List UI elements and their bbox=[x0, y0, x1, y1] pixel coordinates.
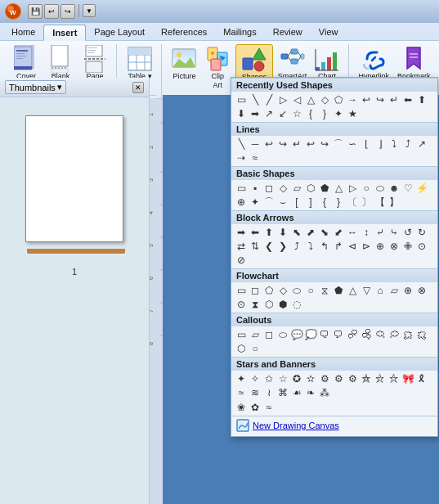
shape-item[interactable]: ▭ bbox=[235, 284, 248, 297]
clip-art-button[interactable]: ClipArt bbox=[202, 44, 234, 92]
shape-item[interactable]: { bbox=[318, 196, 331, 209]
shape-item[interactable]: 🗭 bbox=[387, 328, 401, 341]
shape-item[interactable]: ⬭ bbox=[290, 284, 303, 297]
shape-item[interactable]: ⬡ bbox=[304, 182, 317, 195]
shape-item[interactable]: ⚙ bbox=[318, 372, 331, 385]
shape-item[interactable]: ✩ bbox=[262, 372, 275, 385]
tab-references[interactable]: References bbox=[153, 25, 215, 40]
shape-item[interactable]: } bbox=[318, 107, 331, 120]
tab-view[interactable]: View bbox=[311, 25, 347, 40]
shape-item[interactable]: △ bbox=[304, 93, 317, 106]
shape-item[interactable]: ⧗ bbox=[249, 298, 262, 311]
shape-item[interactable]: → bbox=[346, 93, 359, 106]
shape-item[interactable]: △ bbox=[346, 284, 359, 297]
shape-item[interactable]: ◌ bbox=[290, 298, 303, 311]
shape-item[interactable]: ✙ bbox=[401, 240, 414, 253]
shape-item[interactable]: ↔ bbox=[346, 226, 359, 239]
shape-item[interactable]: ⊘ bbox=[235, 254, 248, 267]
shape-item[interactable]: ❯ bbox=[276, 240, 289, 253]
shape-item[interactable]: ⬠ bbox=[262, 284, 275, 297]
shape-item[interactable]: ⌒ bbox=[262, 196, 275, 209]
shape-item[interactable]: ⊕ bbox=[401, 284, 414, 297]
shape-item[interactable]: ⚙ bbox=[346, 372, 359, 385]
shape-item[interactable]: △ bbox=[332, 182, 345, 195]
shape-item[interactable]: ≀ bbox=[262, 386, 275, 399]
shape-item[interactable]: ◇ bbox=[318, 93, 331, 106]
shape-item[interactable]: ◻ bbox=[262, 182, 275, 195]
shape-item[interactable]: ⊳ bbox=[360, 240, 373, 253]
shape-item[interactable]: ⇢ bbox=[235, 151, 248, 164]
shape-item[interactable]: ▱ bbox=[249, 328, 262, 341]
customize-button[interactable]: ▼ bbox=[83, 4, 96, 17]
shape-item[interactable]: { bbox=[304, 107, 317, 120]
shape-item[interactable]: ❧ bbox=[304, 386, 317, 399]
shape-item[interactable]: ⌊ bbox=[360, 137, 373, 151]
shape-item[interactable]: ⁂ bbox=[318, 386, 331, 399]
shape-item[interactable]: ⬟ bbox=[318, 182, 331, 195]
shape-item[interactable]: ▭ bbox=[235, 182, 248, 195]
shape-item[interactable]: ✧ bbox=[249, 372, 262, 385]
shape-item[interactable]: ⤶ bbox=[374, 226, 387, 239]
shape-item[interactable]: 〕 bbox=[360, 196, 373, 209]
picture-button[interactable]: Picture bbox=[168, 44, 200, 83]
shape-item[interactable]: ↩ bbox=[262, 137, 275, 151]
thumbnails-dropdown[interactable]: Thumbnails ▾ bbox=[5, 80, 66, 94]
shape-item[interactable]: ─ bbox=[249, 137, 262, 151]
shape-item[interactable]: ▷ bbox=[346, 182, 359, 195]
shape-item[interactable]: 】 bbox=[387, 196, 401, 209]
shape-item[interactable]: ⤷ bbox=[387, 226, 401, 239]
shape-item[interactable]: ◇ bbox=[276, 284, 289, 297]
shape-item[interactable]: ➡ bbox=[235, 226, 248, 239]
shape-item[interactable]: ⬅ bbox=[401, 93, 414, 106]
shape-item[interactable]: ✪ bbox=[290, 372, 303, 385]
shape-item[interactable]: ⧖ bbox=[318, 284, 331, 297]
shape-item[interactable]: ⌂ bbox=[374, 284, 387, 297]
shape-item[interactable]: 🗮 bbox=[401, 328, 414, 341]
shape-item[interactable]: ✦ bbox=[332, 107, 345, 120]
shape-item[interactable]: ⊙ bbox=[235, 298, 248, 311]
shape-item[interactable]: ⌒ bbox=[332, 137, 345, 151]
shape-item[interactable]: ↵ bbox=[290, 137, 303, 151]
shape-item[interactable]: ⤵ bbox=[304, 240, 317, 253]
shape-item[interactable]: [ bbox=[290, 196, 303, 209]
shape-item[interactable]: 🗫 bbox=[360, 328, 373, 341]
shape-item[interactable]: 〔 bbox=[346, 196, 359, 209]
shape-item[interactable]: ⌘ bbox=[276, 386, 289, 399]
shape-item[interactable]: ≋ bbox=[249, 386, 262, 399]
shape-item[interactable]: ⤴ bbox=[290, 240, 303, 253]
shape-item[interactable]: ♡ bbox=[401, 182, 414, 195]
tab-mailings[interactable]: Mailings bbox=[215, 25, 264, 40]
shape-item[interactable]: ≈ bbox=[262, 401, 275, 414]
shape-item[interactable]: ↪ bbox=[318, 137, 331, 151]
shape-item[interactable]: ⬇ bbox=[276, 226, 289, 239]
shape-item[interactable]: 🗬 bbox=[374, 328, 387, 341]
tab-page-layout[interactable]: Page Layout bbox=[86, 25, 153, 40]
shape-item[interactable]: ⊕ bbox=[374, 240, 387, 253]
shape-item[interactable]: ❀ bbox=[235, 401, 248, 414]
shape-item[interactable]: ⛥ bbox=[374, 372, 387, 385]
shape-item[interactable]: ○ bbox=[360, 182, 373, 195]
shape-item[interactable]: ⬢ bbox=[276, 298, 289, 311]
shape-item[interactable]: ✦ bbox=[235, 372, 248, 385]
shape-item[interactable]: ⊙ bbox=[415, 240, 428, 253]
shape-item[interactable]: ⊲ bbox=[346, 240, 359, 253]
shape-item[interactable]: 🗪 bbox=[346, 328, 359, 341]
shape-item[interactable]: ▽ bbox=[360, 284, 373, 297]
shape-item[interactable]: ⊗ bbox=[415, 284, 428, 297]
shape-item[interactable]: ∽ bbox=[346, 137, 359, 151]
tab-insert[interactable]: Insert bbox=[43, 25, 86, 41]
shape-item[interactable]: ▪ bbox=[249, 182, 262, 195]
shape-item[interactable]: ↩ bbox=[360, 93, 373, 106]
shape-item[interactable]: ↩ bbox=[304, 137, 317, 151]
shape-item[interactable]: ↗ bbox=[415, 137, 428, 151]
shape-item[interactable]: 💬 bbox=[290, 328, 303, 341]
shape-item[interactable]: ⚡ bbox=[415, 182, 428, 195]
shape-item[interactable]: ☙ bbox=[290, 386, 303, 399]
shape-item[interactable]: ⬭ bbox=[276, 328, 289, 341]
shape-item[interactable]: ⊕ bbox=[235, 196, 248, 209]
shape-item[interactable]: ⬡ bbox=[262, 298, 275, 311]
shape-item[interactable]: ◻ bbox=[262, 328, 275, 341]
shape-item[interactable]: ╲ bbox=[235, 137, 248, 151]
save-button[interactable]: 💾 bbox=[28, 4, 43, 19]
shape-item[interactable]: ⤵ bbox=[387, 137, 401, 151]
